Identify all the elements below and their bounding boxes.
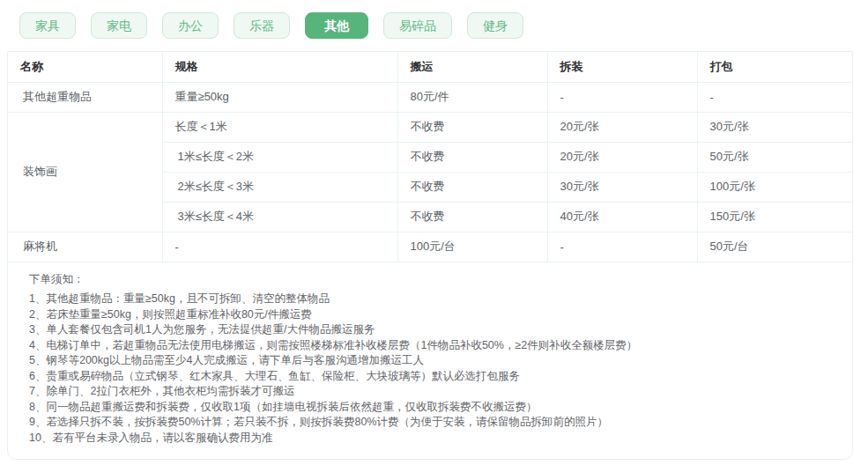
- tab-fragile[interactable]: 易碎品: [383, 12, 452, 39]
- table-cell: -: [162, 232, 397, 262]
- column-header: 搬运: [397, 52, 547, 82]
- table-cell: 100元/台: [397, 232, 547, 262]
- pricing-table-body: 其他超重物品重量≥50kg80元/件--装饰画长度＜1米不收费20元/张30元/…: [8, 82, 852, 262]
- table-cell: 30元/张: [697, 112, 852, 142]
- table-cell: -: [547, 232, 697, 262]
- pricing-table: 名称规格搬运拆装打包 其他超重物品重量≥50kg80元/件--装饰画长度＜1米不…: [8, 52, 852, 262]
- order-notes-title: 下单须知：: [29, 272, 833, 288]
- table-cell: 100元/张: [697, 172, 852, 202]
- table-cell: 重量≥50kg: [162, 82, 397, 112]
- table-cell: 不收费: [397, 142, 547, 172]
- order-note-item: 10、若有平台未录入物品，请以客服确认费用为准: [29, 431, 833, 447]
- tab-office[interactable]: 办公: [162, 12, 219, 39]
- table-cell: 3米≤长度＜4米: [162, 202, 397, 232]
- order-note-item: 9、若选择只拆不装，按拆装费50%计算；若只装不拆，则按拆装费80%计费（为便于…: [29, 415, 833, 431]
- table-cell: 不收费: [397, 112, 547, 142]
- order-note-item: 2、若床垫重量≥50kg，则按照超重标准补收80元/件搬运费: [29, 307, 833, 323]
- order-note-item: 1、其他超重物品：重量≥50kg，且不可拆卸、清空的整体物品: [29, 292, 833, 307]
- table-row: 装饰画长度＜1米不收费20元/张30元/张: [8, 112, 852, 142]
- table-cell: 20元/张: [547, 112, 697, 142]
- tab-instrument[interactable]: 乐器: [234, 12, 290, 39]
- table-cell: 其他超重物品: [8, 82, 162, 112]
- order-note-item: 6、贵重或易碎物品（立式钢琴、红木家具、大理石、鱼缸、保险柜、大块玻璃等）默认必…: [29, 369, 833, 385]
- tab-other[interactable]: 其他: [305, 12, 368, 39]
- table-cell: 30元/张: [547, 172, 697, 202]
- table-cell: 40元/张: [547, 202, 697, 232]
- tab-furniture[interactable]: 家具: [19, 12, 76, 39]
- header-row: 名称规格搬运拆装打包: [8, 52, 852, 82]
- table-cell: 50元/张: [697, 142, 852, 172]
- category-tabs: 家具家电办公乐器其他易碎品健身: [0, 0, 868, 51]
- table-cell: 2米≤长度＜3米: [162, 172, 397, 202]
- table-cell: 1米≤长度＜2米: [162, 142, 397, 172]
- order-note-item: 3、单人套餐仅包含司机1人为您服务，无法提供超重/大件物品搬运服务: [29, 322, 833, 338]
- column-header: 名称: [8, 52, 162, 82]
- tab-fitness[interactable]: 健身: [467, 12, 523, 39]
- column-header: 拆装: [547, 52, 697, 82]
- table-cell: 麻将机: [8, 232, 162, 262]
- table-cell: -: [547, 82, 697, 112]
- table-row: 麻将机-100元/台-50元/台: [8, 232, 852, 262]
- tab-appliance[interactable]: 家电: [91, 12, 147, 39]
- table-cell: 长度＜1米: [162, 112, 397, 142]
- order-notes: 下单须知： 1、其他超重物品：重量≥50kg，且不可拆卸、清空的整体物品2、若床…: [8, 262, 852, 460]
- table-cell: 80元/件: [397, 82, 547, 112]
- order-note-item: 5、钢琴等200kg以上物品需至少4人完成搬运，请下单后与客服沟通增加搬运工人: [29, 353, 833, 369]
- table-cell: 不收费: [397, 172, 547, 202]
- pricing-table-header: 名称规格搬运拆装打包: [8, 52, 852, 82]
- order-notes-list: 1、其他超重物品：重量≥50kg，且不可拆卸、清空的整体物品2、若床垫重量≥50…: [29, 292, 833, 446]
- column-header: 打包: [697, 52, 852, 82]
- table-cell: -: [697, 82, 852, 112]
- table-cell: 装饰画: [8, 112, 162, 232]
- pricing-card: 名称规格搬运拆装打包 其他超重物品重量≥50kg80元/件--装饰画长度＜1米不…: [7, 51, 853, 460]
- table-cell: 50元/台: [697, 232, 852, 262]
- table-row: 其他超重物品重量≥50kg80元/件--: [8, 82, 852, 112]
- table-cell: 20元/张: [547, 142, 697, 172]
- table-cell: 不收费: [397, 202, 547, 232]
- order-note-item: 8、同一物品超重搬运费和拆装费，仅收取1项（如挂墙电视拆装后依然超重，仅收取拆装…: [29, 400, 833, 416]
- column-header: 规格: [162, 52, 397, 82]
- order-note-item: 4、电梯订单中，若超重物品无法使用电梯搬运，则需按照楼梯标准补收楼层费（1件物品…: [29, 338, 833, 354]
- table-cell: 150元/张: [697, 202, 852, 232]
- order-note-item: 7、除单门、2拉门衣柜外，其他衣柜均需拆装才可搬运: [29, 384, 833, 400]
